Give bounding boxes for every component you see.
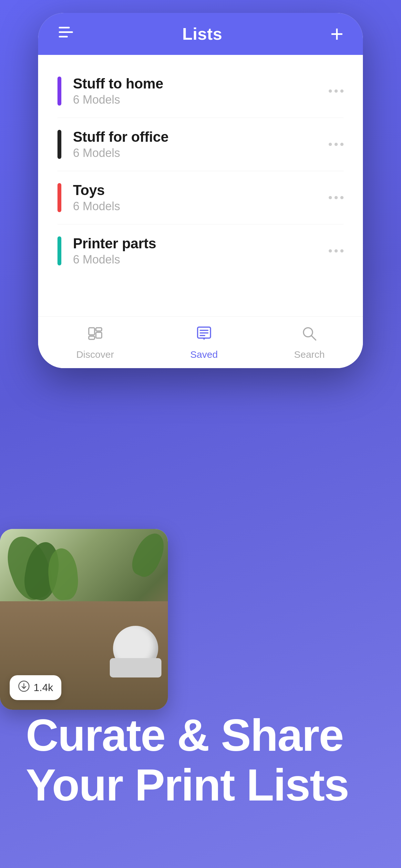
download-badge: 1.4k — [10, 675, 61, 700]
nav-item-discover[interactable]: Discover — [76, 325, 114, 360]
phone-mockup: Lists + Stuff to home 6 Models Stuff for… — [38, 13, 363, 368]
menu-icon[interactable] — [58, 24, 74, 44]
list-color-bar — [58, 237, 61, 266]
add-list-button[interactable]: + — [330, 23, 343, 45]
list-item-text: Stuff for office 6 Models — [73, 129, 329, 160]
search-icon — [301, 325, 318, 346]
bottom-navigation: Discover Saved Search — [38, 316, 363, 368]
more-menu-button[interactable] — [329, 196, 343, 199]
dot — [329, 249, 332, 252]
list-item-text: Stuff to home 6 Models — [73, 75, 329, 106]
svg-rect-2 — [59, 36, 68, 37]
list-item-name: Stuff to home — [73, 75, 329, 92]
svg-line-12 — [311, 336, 316, 340]
headline-line1: Curate & Share — [26, 710, 375, 760]
more-menu-button[interactable] — [329, 143, 343, 146]
list-item-count: 6 Models — [73, 253, 329, 267]
dot — [329, 89, 332, 93]
list-item-count: 6 Models — [73, 146, 329, 160]
dot — [340, 249, 343, 252]
list-color-bar — [58, 130, 61, 159]
nav-item-saved[interactable]: Saved — [190, 325, 218, 360]
dot — [335, 249, 338, 252]
header-title: Lists — [182, 24, 222, 43]
svg-rect-1 — [59, 31, 73, 33]
list-item[interactable]: Printer parts 6 Models — [38, 224, 363, 277]
download-icon — [18, 680, 30, 695]
svg-rect-0 — [59, 27, 70, 28]
list-item-name: Stuff for office — [73, 129, 329, 145]
bottom-headline-container: Curate & Share Your Print Lists — [26, 710, 375, 810]
dot — [340, 143, 343, 146]
svg-rect-6 — [89, 336, 95, 339]
lists-container: Stuff to home 6 Models Stuff for office … — [38, 55, 363, 287]
list-item[interactable]: Stuff for office 6 Models — [38, 118, 363, 171]
more-menu-button[interactable] — [329, 89, 343, 93]
dot — [329, 196, 332, 199]
more-menu-button[interactable] — [329, 249, 343, 252]
headline-line2: Your Print Lists — [26, 760, 375, 810]
list-item-name: Printer parts — [73, 236, 329, 252]
plant-card: 1.4k — [0, 529, 168, 710]
dot — [340, 196, 343, 199]
dot — [329, 143, 332, 146]
list-item[interactable]: Toys 6 Models — [38, 171, 363, 224]
list-item-text: Toys 6 Models — [73, 182, 329, 213]
list-item-text: Printer parts 6 Models — [73, 236, 329, 267]
saved-icon — [196, 325, 212, 346]
list-color-bar — [58, 183, 61, 212]
svg-rect-3 — [89, 328, 95, 335]
download-count: 1.4k — [34, 682, 53, 693]
svg-rect-4 — [96, 328, 102, 331]
list-color-bar — [58, 76, 61, 105]
list-item-count: 6 Models — [73, 199, 329, 213]
nav-label-discover: Discover — [76, 349, 114, 360]
dot — [340, 89, 343, 93]
list-item-count: 6 Models — [73, 93, 329, 106]
discover-icon — [87, 325, 104, 346]
list-item-name: Toys — [73, 182, 329, 198]
nav-item-search[interactable]: Search — [294, 325, 325, 360]
dot — [335, 89, 338, 93]
list-item[interactable]: Stuff to home 6 Models — [38, 65, 363, 118]
dot — [335, 143, 338, 146]
nav-label-search: Search — [294, 349, 325, 360]
svg-rect-5 — [96, 332, 102, 338]
dot — [335, 196, 338, 199]
header-bar: Lists + — [38, 13, 363, 55]
nav-label-saved: Saved — [190, 349, 218, 360]
